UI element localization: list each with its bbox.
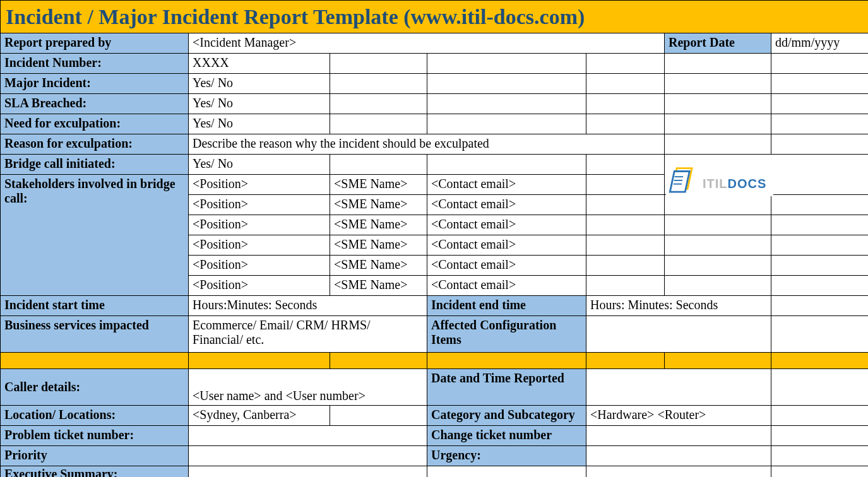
label-change-ticket: Change ticket number [427,426,586,446]
stakeholder-contact: <Contact email> [427,215,586,235]
value-location: <Sydney, Canberra> [189,406,330,426]
stakeholder-position: <Position> [189,276,330,296]
label-date-time-reported: Date and Time Reported [427,369,586,406]
row-major-incident: Major Incident: Yes/ No [1,74,869,94]
stakeholder-position: <Position> [189,235,330,256]
label-location: Location/ Locations: [1,406,189,426]
value-major-incident: Yes/ No [189,74,330,94]
label-bridge-call: Bridge call initiated: [1,155,189,175]
row-caller-details: Caller details: <User name> and <User nu… [1,369,869,406]
label-priority: Priority [1,446,189,466]
label-incident-number: Incident Number: [1,54,189,74]
label-incident-end: Incident end time [427,296,586,316]
row-incident-number: Incident Number: XXXX [1,54,869,74]
row-priority: Priority Urgency: [1,446,869,466]
value-business-services: Ecommerce/ Email/ CRM/ HRMS/ Financial/ … [189,316,427,353]
label-urgency: Urgency: [427,446,586,466]
title-row: Incident / Major Incident Report Templat… [1,1,869,33]
row-sla-breached: SLA Breached: Yes/ No [1,94,869,114]
stakeholder-position: <Position> [189,195,330,215]
itil-docs-logo: ITILDOCS [666,157,773,196]
stakeholder-sme: <SME Name> [330,215,427,235]
label-caller-details: Caller details: [1,369,189,406]
label-incident-start: Incident start time [1,296,189,316]
label-stakeholders: Stakeholders involved in bridge call: [1,175,189,296]
stakeholder-position: <Position> [189,215,330,235]
value-category: <Hardware> <Router> [586,406,771,426]
label-executive-summary: Executive Summary: [1,466,189,478]
stakeholder-contact: <Contact email> [427,235,586,256]
label-report-prepared-by: Report prepared by [1,33,189,54]
stakeholder-contact: <Contact email> [427,256,586,276]
label-affected-ci: Affected Configuration Items [427,316,586,353]
value-incident-number: XXXX [189,54,330,74]
row-problem-ticket: Problem ticket number: Change ticket num… [1,426,869,446]
value-need-exculpation: Yes/ No [189,114,330,134]
stakeholder-sme: <SME Name> [330,235,427,256]
logo-text: ITILDOCS [703,177,766,194]
value-report-prepared-by: <Incident Manager> [189,33,665,54]
page-title: Incident / Major Incident Report Templat… [1,1,869,33]
value-bridge-call: Yes/ No [189,155,330,175]
incident-report-template: Incident / Major Incident Report Templat… [0,0,868,477]
stakeholder-contact: <Contact email> [427,175,586,195]
value-incident-end: Hours: Minutes: Seconds [586,296,771,316]
stakeholder-contact: <Contact email> [427,276,586,296]
stakeholder-sme: <SME Name> [330,175,427,195]
label-major-incident: Major Incident: [1,74,189,94]
value-incident-start: Hours:Minutes: Seconds [189,296,427,316]
label-sla-breached: SLA Breached: [1,94,189,114]
label-category: Category and Subcategory [427,406,586,426]
row-bridge-call: Bridge call initiated: Yes/ No ITILDOCS [1,155,869,175]
value-report-date: dd/mm/yyyy [771,33,869,54]
value-sla-breached: Yes/ No [189,94,330,114]
label-need-exculpation: Need for exculpation: [1,114,189,134]
value-reason-exculpation: Describe the reason why the incident sho… [189,134,665,155]
row-need-exculpation: Need for exculpation: Yes/ No [1,114,869,134]
stakeholder-position: <Position> [189,175,330,195]
label-problem-ticket: Problem ticket number: [1,426,189,446]
stakeholder-sme: <SME Name> [330,195,427,215]
separator-row [1,353,869,369]
row-location: Location/ Locations: <Sydney, Canberra> … [1,406,869,426]
logo-cell: ITILDOCS [665,155,869,195]
stakeholder-sme: <SME Name> [330,276,427,296]
stakeholder-contact: <Contact email> [427,195,586,215]
label-reason-exculpation: Reason for exculpation: [1,134,189,155]
value-caller-details: <User name> and <User number> [189,369,427,406]
row-incident-times: Incident start time Hours:Minutes: Secon… [1,296,869,316]
row-report-prepared: Report prepared by <Incident Manager> Re… [1,33,869,54]
label-business-services: Business services impacted [1,316,189,353]
row-reason-exculpation: Reason for exculpation: Describe the rea… [1,134,869,155]
stakeholder-position: <Position> [189,256,330,276]
row-executive-summary-partial: Executive Summary: [1,466,869,478]
label-report-date: Report Date [665,33,771,54]
document-icon [669,163,699,194]
row-business-services: Business services impacted Ecommerce/ Em… [1,316,869,353]
stakeholder-sme: <SME Name> [330,256,427,276]
